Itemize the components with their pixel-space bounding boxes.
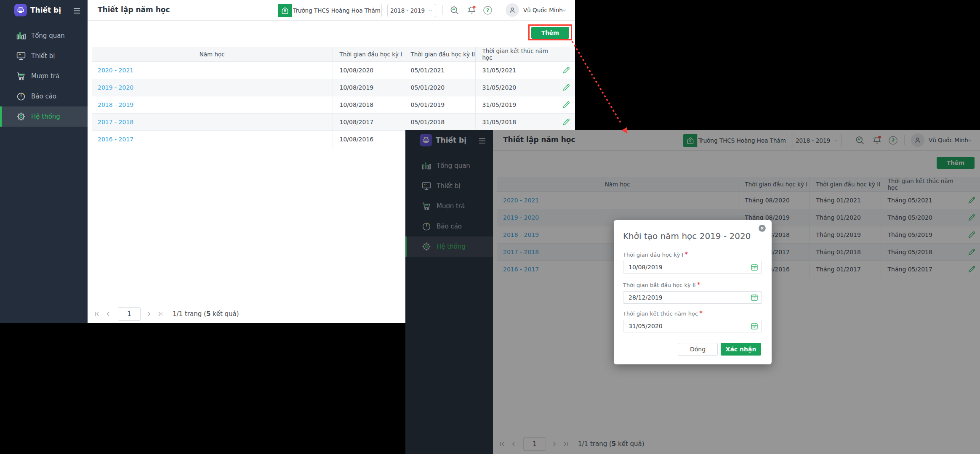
divider [442,5,443,15]
sidebar-item-muon-tra[interactable]: Mượn trả [0,66,88,86]
pagination-count: 5 [206,310,210,318]
year-selector[interactable]: 2018 - 2019 [387,4,436,17]
screenshot-2: Thiết bị Tổng quan Thiết bị Mượn trả [405,130,980,454]
sem1-cell: 10/08/2020 [333,62,404,79]
printer-icon [16,6,25,14]
divider [499,5,499,15]
hamburger-icon[interactable] [72,6,81,15]
pagination-summary: 1/1 trang (5 kết quả) [173,310,239,318]
year-link[interactable]: 2016 - 2017 [98,136,133,143]
cart-icon [16,71,26,81]
required-mark: * [697,281,700,289]
sem2-cell: 05/01/2020 [404,79,475,96]
search-icon[interactable] [449,5,460,16]
app-logo [14,4,27,16]
year-end-cell: 31/05/2020 [475,79,557,96]
field-sem2-start: Thời gian bắt đầu học kỳ II* [623,281,762,304]
person-icon [508,6,517,14]
sem2-cell: 05/01/2021 [404,62,475,79]
year-end-cell: 31/05/2021 [475,62,557,79]
confirm-button[interactable]: Xác nhận [721,343,761,356]
sidebar-item-label: Báo cáo [31,93,56,100]
pagination-summary-suffix: kết quả) [210,310,239,318]
bar-chart-icon [16,31,26,41]
edit-pencil-icon[interactable] [562,83,571,92]
page-title: Thiết lập năm học [98,5,170,14]
year-cell: 2016 - 2017 [92,131,333,148]
add-button[interactable]: Thêm [531,27,569,39]
last-page-icon[interactable] [157,311,164,317]
field-sem1-start: Thời gian đầu học kỳ I* [623,250,762,273]
prev-page-icon[interactable] [105,311,112,317]
required-mark: * [684,250,688,258]
calendar-icon[interactable] [750,263,759,271]
year-link[interactable]: 2020 - 2021 [98,67,133,74]
sidebar-item-he-thong[interactable]: Hệ thống [0,106,88,127]
page-number-box[interactable]: 1 [118,307,141,321]
sem1-cell: 10/08/2018 [333,96,404,114]
col-header-end: Thời gian kết thúc năm học [475,47,557,62]
table-row: 2020 - 202110/08/202005/01/202131/05/202… [92,62,575,79]
notification-bell-icon[interactable] [466,5,477,16]
edit-cell [557,62,575,79]
edit-pencil-icon[interactable] [562,100,571,109]
chevron-down-icon [428,8,433,13]
user-menu[interactable]: Vũ Quốc Minh [523,7,563,13]
calendar-icon[interactable] [750,322,759,330]
sidebar-item-label: Hệ thống [31,113,60,120]
calendar-icon[interactable] [750,293,759,302]
monitor-icon [16,51,26,61]
house-icon [281,6,289,15]
brand-row: Thiết bị [0,0,88,22]
modal-title: Khởi tạo năm học 2019 - 2020 [623,231,751,241]
table-row: 2019 - 202010/08/201905/01/202031/05/202… [92,79,575,96]
sidebar: Thiết bị Tổng quan Thiết bị Mượn trả [0,0,88,323]
sidebar-item-label: Mượn trả [31,72,59,80]
create-school-year-modal: Khởi tạo năm học 2019 - 2020 Thời gian đ… [614,220,772,364]
edit-pencil-icon[interactable] [562,66,571,75]
chevron-down-icon[interactable] [562,8,567,13]
pagination-summary-prefix: 1/1 trang ( [173,310,206,318]
table-row: 2018 - 201910/08/201805/01/201931/05/201… [92,96,575,114]
edit-cell [557,114,575,131]
field-year-end: Thời gian kết thúc năm học* [623,309,762,332]
year-end-date-input[interactable] [623,320,762,332]
sem2-start-date-input[interactable] [623,291,762,304]
close-icon[interactable] [758,224,766,232]
home-button[interactable] [278,4,292,17]
field-label: Thời gian bắt đầu học kỳ II [623,282,696,288]
edit-cell [557,96,575,114]
composite-canvas: Thiết bị Tổng quan Thiết bị Mượn trả [0,0,980,454]
col-header-nam-hoc: Năm học [92,47,333,62]
help-icon[interactable] [482,5,493,16]
modal-actions: Đóng Xác nhận [678,343,761,356]
school-selector[interactable]: Trường THCS Hoàng Hoa Thám [292,4,382,17]
sem1-start-date-input[interactable] [623,261,762,273]
sidebar-item-bao-cao[interactable]: Báo cáo [0,86,88,106]
next-page-icon[interactable] [146,311,152,317]
year-cell: 2017 - 2018 [92,114,333,131]
col-header-sem1: Thời gian đầu học kỳ I [333,47,404,62]
col-header-actions [557,47,575,62]
sidebar-item-tong-quan[interactable]: Tổng quan [0,26,88,46]
year-cell: 2020 - 2021 [92,62,333,79]
edit-pencil-icon[interactable] [562,117,571,127]
sem2-cell: 05/01/2019 [404,96,475,114]
gear-icon [16,112,26,122]
avatar[interactable] [506,3,519,17]
sem1-cell: 10/08/2016 [333,131,404,148]
sem1-cell: 10/08/2017 [333,114,404,131]
edit-cell [557,79,575,96]
year-cell: 2018 - 2019 [92,96,333,114]
sidebar-item-label: Thiết bị [31,52,55,60]
year-end-cell: 31/05/2018 [475,114,557,131]
year-link[interactable]: 2019 - 2020 [98,84,133,91]
first-page-icon[interactable] [93,311,100,317]
close-button[interactable]: Đóng [678,343,718,356]
year-link[interactable]: 2017 - 2018 [98,119,133,125]
year-cell: 2019 - 2020 [92,79,333,96]
sidebar-item-thiet-bi[interactable]: Thiết bị [0,46,88,66]
sem1-cell: 10/08/2019 [333,79,404,96]
year-link[interactable]: 2018 - 2019 [98,101,133,108]
topbar: Thiết lập năm học Trường THCS Hoàng Hoa … [88,0,575,21]
